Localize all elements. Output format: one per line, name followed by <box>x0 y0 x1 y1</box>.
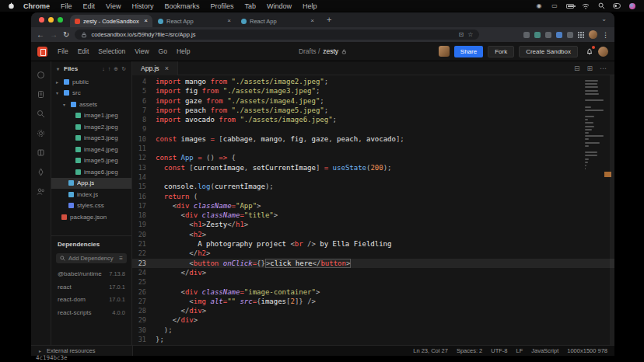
maximize-window-button[interactable] <box>58 17 63 23</box>
status-item[interactable]: Ln 23, Col 27 <box>413 347 448 354</box>
split-editor-icon[interactable]: ⊟ <box>574 64 580 72</box>
community-users-icon[interactable] <box>37 187 45 196</box>
breadcrumb[interactable]: Drafts / zesty <box>299 47 347 55</box>
wifi-icon[interactable] <box>582 2 590 9</box>
browser-tab[interactable]: React App× <box>153 15 236 27</box>
close-window-button[interactable] <box>39 17 44 23</box>
user-avatar[interactable] <box>439 46 450 57</box>
code-line-27[interactable]: 27 <img alt="" src={images[2]} /> <box>132 297 614 306</box>
code-line-6[interactable]: 6import gaze from "./assets/image4.jpeg"… <box>132 96 614 106</box>
csb-menu-file[interactable]: File <box>53 47 73 55</box>
file-tree-item-styles.css[interactable]: styles.css <box>51 200 131 212</box>
file-tree-item-image5.jpeg[interactable]: image5.jpeg <box>51 155 131 167</box>
browser-tab[interactable]: React App× <box>236 15 319 27</box>
code-area[interactable]: 4import mango from "./assets/image2.jpeg… <box>132 75 614 345</box>
download-icon[interactable]: ↓ <box>102 66 105 72</box>
code-line-26[interactable]: 26 <div className="image-container"> <box>132 287 614 297</box>
close-tab-icon[interactable]: × <box>165 64 169 72</box>
code-line-18[interactable]: 18 <div className="title"> <box>132 211 614 220</box>
screen-record-icon[interactable]: ◉ <box>535 2 543 9</box>
dependency-row[interactable]: react-dom17.0.1 <box>51 294 131 307</box>
refresh-icon[interactable]: ↻ <box>121 66 126 72</box>
file-tree-item-index.js[interactable]: index.js <box>51 189 131 200</box>
menubar-item-tab[interactable]: Tab <box>239 2 261 10</box>
code-line-14[interactable]: 14 <box>132 172 614 182</box>
code-line-23[interactable]: 23 <button onClick={}>click here</button… <box>132 259 614 268</box>
new-file-icon[interactable]: ⊕ <box>114 66 118 72</box>
status-item[interactable]: UTF-8 <box>491 347 507 354</box>
file-tree-item-image3.jpeg[interactable]: image3.jpeg <box>51 133 131 144</box>
menubar-item-edit[interactable]: Edit <box>78 2 101 10</box>
status-item[interactable]: 1000x1500 978 <box>567 347 607 354</box>
tab-close-icon[interactable]: × <box>144 18 148 24</box>
side-panel-icon[interactable] <box>523 32 530 38</box>
file-explorer-icon[interactable] <box>37 90 45 99</box>
dependencies-section-header[interactable]: Dependencies <box>51 235 131 252</box>
csb-menu-view[interactable]: View <box>130 47 153 55</box>
code-line-19[interactable]: 19 <h1>Zesty</h1> <box>132 220 614 229</box>
plugins-icon[interactable] <box>37 148 45 157</box>
code-line-22[interactable]: 22 </h2> <box>132 249 614 258</box>
code-line-9[interactable]: 9 <box>132 124 614 134</box>
code-line-29[interactable]: 29 </div> <box>132 315 614 325</box>
code-line-5[interactable]: 5import fig from "./assets/image3.jpeg"; <box>132 86 614 96</box>
battery-icon[interactable] <box>566 2 574 9</box>
extension-icon[interactable] <box>556 32 562 38</box>
deployment-rocket-icon[interactable] <box>37 168 45 176</box>
dependency-row[interactable]: @babel/runtime7.13.8 <box>51 268 131 281</box>
create-sandbox-button[interactable]: Create Sandbox <box>519 46 578 57</box>
list-icon[interactable]: ≡ <box>119 255 123 262</box>
file-tree-item-package.json[interactable]: package.json <box>51 211 131 223</box>
control-center-icon[interactable] <box>613 2 621 9</box>
layout-grid-icon[interactable]: ⊞ <box>586 64 593 72</box>
browser-tab[interactable]: zesty - CodeSandbox× <box>70 15 152 27</box>
editor-tab-appjs[interactable]: App.js × <box>132 61 178 75</box>
project-overview-icon[interactable] <box>37 71 45 79</box>
dependency-row[interactable]: react17.0.1 <box>51 280 131 294</box>
bookmark-star-icon[interactable]: ☆ <box>467 31 473 38</box>
file-tree-item-image2.jpeg[interactable]: image2.jpeg <box>51 121 131 133</box>
status-item[interactable]: Spaces: 2 <box>457 347 482 354</box>
file-tree-item-image1.jpeg[interactable]: image1.jpeg <box>51 110 131 122</box>
menubar-item-file[interactable]: File <box>55 2 78 10</box>
code-line-4[interactable]: 4import mango from "./assets/image2.jpeg… <box>132 77 614 86</box>
display-icon[interactable]: ▭ <box>551 2 558 9</box>
code-line-16[interactable]: 16 return ( <box>132 192 614 201</box>
status-item[interactable]: LF <box>516 347 523 354</box>
sandbox-title[interactable]: zesty <box>323 47 338 55</box>
menubar-item-profiles[interactable]: Profiles <box>205 2 239 10</box>
code-line-12[interactable]: 12const App = () => { <box>132 153 614 162</box>
browser-profile-avatar[interactable] <box>589 30 597 39</box>
code-line-20[interactable]: 20 <h2> <box>132 230 614 239</box>
upload-icon[interactable]: ↑ <box>108 66 111 72</box>
code-line-21[interactable]: 21 A photography project <br /> by Ella … <box>132 239 614 249</box>
menubar-item-window[interactable]: Window <box>261 2 297 10</box>
code-line-13[interactable]: 13 const [currentImage, setCurrentImage]… <box>132 163 614 172</box>
file-tree-item-public[interactable]: ▸public <box>51 76 131 88</box>
url-text[interactable]: codesandbox.io/s/59hdy?file=/src/App.js <box>91 31 454 38</box>
code-line-15[interactable]: 15 console.log(currentImage); <box>132 182 614 191</box>
spotlight-search-icon[interactable] <box>597 2 605 9</box>
search-icon[interactable] <box>37 110 45 118</box>
dependency-row[interactable]: react-scripts4.0.0 <box>51 306 131 319</box>
back-button[interactable]: ← <box>37 31 44 39</box>
file-tree-item-src[interactable]: ▾src <box>51 88 131 99</box>
extension-icon[interactable] <box>534 32 541 38</box>
address-bar[interactable]: codesandbox.io/s/59hdy?file=/src/App.js … <box>75 30 479 40</box>
code-line-11[interactable]: 11 <box>132 144 614 153</box>
status-item[interactable]: JavaScript <box>531 347 558 354</box>
picture-in-picture-icon[interactable]: ⊡ <box>459 31 464 38</box>
csb-menu-help[interactable]: Help <box>172 47 194 55</box>
codesandbox-logo[interactable] <box>37 47 47 57</box>
tab-close-icon[interactable]: × <box>227 18 231 24</box>
csb-menu-selection[interactable]: Selection <box>93 47 130 55</box>
file-tree-item-app.js[interactable]: App.js <box>51 178 131 190</box>
code-line-31[interactable]: 31}; <box>132 335 614 344</box>
code-line-24[interactable]: 24 </div> <box>132 268 614 277</box>
code-line-10[interactable]: 10const images = [cabbage, mango, fig, g… <box>132 134 614 144</box>
menubar-item-chrome[interactable]: Chrome <box>18 2 55 10</box>
code-line-25[interactable]: 25 <box>132 277 614 287</box>
settings-gear-icon[interactable] <box>37 129 45 137</box>
csb-menu-edit[interactable]: Edit <box>73 47 94 55</box>
browser-menu-icon[interactable]: ⋮ <box>602 31 609 39</box>
